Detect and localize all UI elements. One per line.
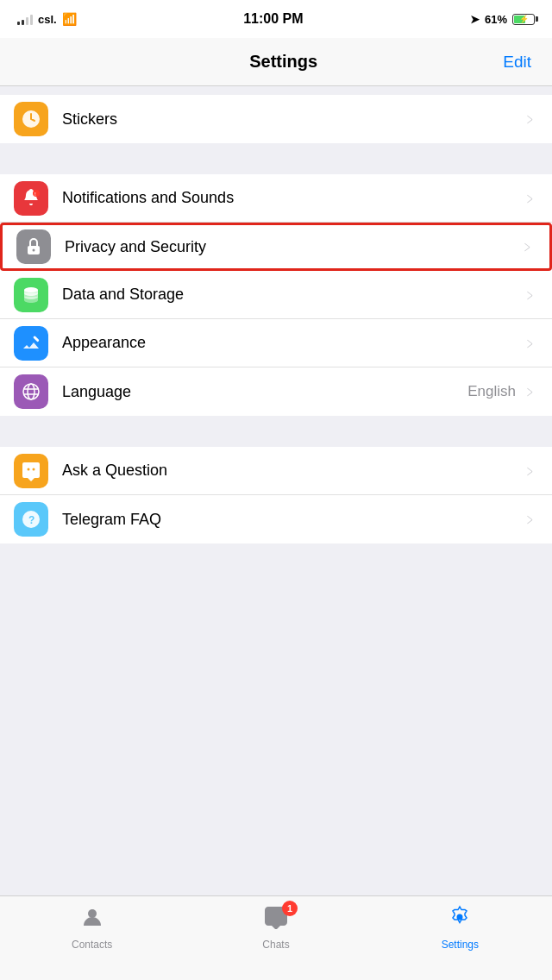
language-icon [21,381,41,402]
privacy-label: Privacy and Security [65,238,520,256]
signal-bars [17,14,33,25]
carrier-label: csl. [38,13,57,26]
settings-item-data[interactable]: Data and Storage ﹥ [0,271,552,319]
battery-icon: ⚡ [512,14,535,25]
settings-item-appearance[interactable]: Appearance ﹥ [0,319,552,368]
tab-settings[interactable]: Settings [368,905,552,951]
settings-item-ask-question[interactable]: Ask a Question ﹥ [0,447,552,495]
appearance-icon-box [14,326,48,361]
ask-chevron: ﹥ [523,461,538,481]
chats-tab-icon: 1 [263,905,289,935]
language-label: Language [62,383,467,401]
data-icon-box [14,278,48,312]
faq-icon-box: ? [14,502,48,537]
stickers-chevron: ﹥ [523,109,538,129]
notifications-label: Notifications and Sounds [62,189,523,207]
section-gap-3 [0,416,552,447]
svg-rect-7 [33,335,40,342]
language-chevron: ﹥ [523,381,538,402]
tab-contacts[interactable]: Contacts [0,905,184,951]
svg-point-8 [23,384,39,399]
svg-point-5 [33,249,35,252]
faq-chevron: ﹥ [523,509,538,530]
privacy-icon-box [16,229,51,264]
appearance-icon [21,333,41,354]
settings-item-faq[interactable]: ? Telegram FAQ ﹥ [0,495,552,543]
settings-section-3: Ask a Question ﹥ ? Telegram FAQ ﹥ [0,447,552,543]
ask-icon-box [14,454,48,488]
tab-chats[interactable]: 1 Chats [184,905,367,951]
faq-icon: ? [21,509,41,530]
wifi-icon: 📶 [62,12,77,26]
chats-badge: 1 [282,901,298,916]
settings-item-language[interactable]: Language English ﹥ [0,368,552,416]
tab-bar: Contacts 1 Chats Settings [0,895,552,980]
settings-item-notifications[interactable]: ! Notifications and Sounds ﹥ [0,174,552,223]
notifications-icon: ! [21,188,41,209]
contacts-icon [80,905,104,929]
stickers-icon [21,109,41,129]
stickers-icon-box [14,102,48,136]
settings-item-stickers[interactable]: Stickers ﹥ [0,95,552,143]
appearance-label: Appearance [62,334,523,352]
svg-point-9 [28,384,34,399]
battery-percent: 61% [485,13,507,26]
svg-point-13 [33,468,35,470]
battery-bolt: ⚡ [519,15,529,23]
language-value: English [467,383,516,400]
svg-point-12 [28,468,30,470]
appearance-chevron: ﹥ [523,333,538,354]
settings-item-privacy[interactable]: Privacy and Security ﹥ [0,223,552,271]
status-time: 11:00 PM [243,11,303,27]
settings-icon [448,905,472,929]
nav-bar: Settings Edit [0,38,552,86]
contacts-tab-icon [80,905,104,935]
svg-text:?: ? [28,514,34,526]
privacy-chevron: ﹥ [520,236,536,257]
chats-tab-label: Chats [262,939,289,951]
contacts-tab-label: Contacts [72,939,112,951]
settings-section-1: Stickers ﹥ [0,95,552,143]
status-left: csl. 📶 [17,12,77,26]
status-bar: csl. 📶 11:00 PM ➤ 61% ⚡ [0,0,552,38]
location-icon: ➤ [470,13,480,26]
settings-section-2: ! Notifications and Sounds ﹥ Privacy and… [0,174,552,416]
section-gap-2 [0,143,552,174]
ask-icon [21,461,41,481]
notifications-icon-box: ! [14,181,48,216]
notifications-chevron: ﹥ [523,188,538,209]
data-icon [21,285,41,305]
status-right: ➤ 61% ⚡ [470,13,535,26]
data-label: Data and Storage [62,286,523,304]
settings-tab-icon [448,905,472,935]
svg-point-16 [88,909,97,918]
data-chevron: ﹥ [523,285,538,305]
page-title: Settings [249,52,317,72]
ask-label: Ask a Question [62,462,523,480]
settings-tab-label: Settings [442,939,479,951]
language-icon-box [14,374,48,409]
section-gap-1 [0,86,552,95]
edit-button[interactable]: Edit [503,53,531,72]
bottom-gap [0,543,552,575]
privacy-icon [23,236,44,257]
faq-label: Telegram FAQ [62,511,523,529]
stickers-label: Stickers [62,110,523,129]
